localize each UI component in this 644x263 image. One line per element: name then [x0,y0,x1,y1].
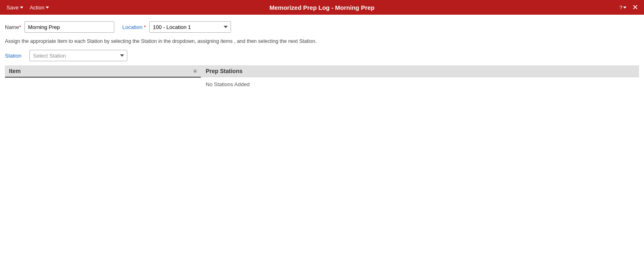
no-stations-message: No Stations Added [206,81,250,87]
name-input[interactable] [24,21,114,33]
station-label: Station [5,53,25,59]
name-field: Name* [5,21,114,33]
location-select-wrap: 100 - Location 1 [149,21,231,33]
item-table-header: Item ≡ [5,65,201,78]
top-bar: Save Action Memorized Prep Log - Morning… [0,0,644,15]
filter-icon[interactable]: ≡ [193,68,197,74]
action-button[interactable]: Action [27,3,51,12]
location-select[interactable]: 100 - Location 1 [149,21,231,33]
instruction-text: Assign the appropriate Item to each Stat… [5,38,639,44]
help-label: ? [620,4,622,11]
station-row: Station Select Station [5,50,639,61]
help-button[interactable]: ? [620,4,626,11]
save-caret-icon [20,7,23,9]
help-caret-icon [623,7,626,9]
top-bar-right: ? ✕ [620,4,640,11]
panels: Item ≡ Prep Stations No Stations Added [5,65,639,91]
action-caret-icon [46,7,49,9]
content-area: Name* Location * 100 - Location 1 Assign… [0,15,644,98]
close-button[interactable]: ✕ [631,4,640,11]
form-row: Name* Location * 100 - Location 1 [5,21,639,33]
name-label: Name* [5,24,21,30]
save-button[interactable]: Save [4,3,26,12]
right-panel: Prep Stations No Stations Added [201,65,639,91]
close-icon: ✕ [632,3,638,11]
page-title: Memorized Prep Log - Morning Prep [269,4,375,11]
station-select-wrap: Select Station [29,50,127,61]
left-panel: Item ≡ [5,65,201,91]
station-select[interactable]: Select Station [29,50,127,61]
top-bar-left: Save Action [4,3,51,12]
save-label: Save [7,4,19,11]
prep-stations-header: Prep Stations [201,65,639,77]
item-header-label: Item [9,68,21,74]
action-label: Action [30,4,44,11]
prep-stations-body: No Stations Added [201,77,639,91]
location-label: Location * [122,24,146,30]
location-field: Location * 100 - Location 1 [122,21,231,33]
